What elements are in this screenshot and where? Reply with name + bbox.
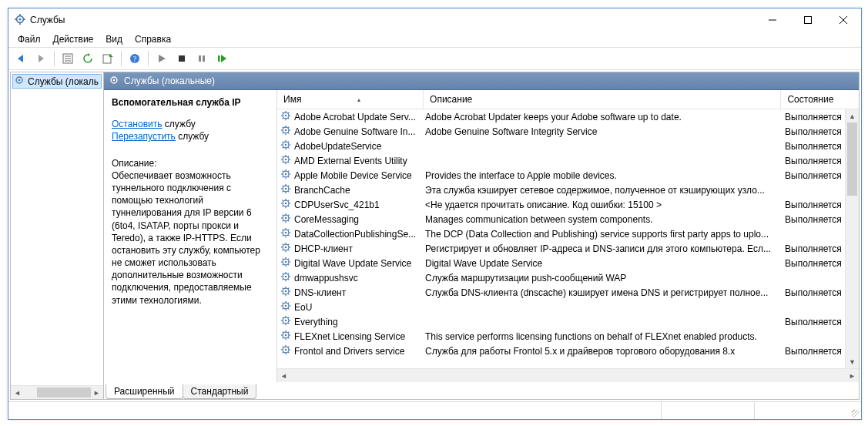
- gear-icon: [14, 75, 25, 88]
- gear-icon: [280, 286, 291, 299]
- service-row[interactable]: CoreMessagingManages communication betwe…: [277, 212, 859, 226]
- service-name: AdobeUpdateService: [294, 141, 381, 152]
- service-row[interactable]: FLEXnet Licensing ServiceThis service pe…: [277, 329, 859, 344]
- scroll-right-icon[interactable]: ►: [90, 386, 103, 399]
- restart-service-button[interactable]: [213, 49, 231, 68]
- service-name: Apple Mobile Device Service: [294, 170, 412, 181]
- svg-point-92: [285, 203, 287, 204]
- svg-line-147: [283, 273, 283, 274]
- tree-scrollbar-horizontal[interactable]: ◄ ►: [11, 385, 103, 399]
- service-description: The DCP (Data Collection and Publishing)…: [422, 229, 782, 240]
- service-row[interactable]: EverythingВыполняется: [277, 314, 859, 329]
- stop-service-button[interactable]: [173, 49, 191, 68]
- scroll-right-icon[interactable]: ►: [846, 369, 859, 382]
- list-header: Имя ▴ Описание Состояние: [277, 90, 859, 109]
- list-scrollbar-horizontal[interactable]: ◄ ►: [277, 368, 859, 382]
- service-row[interactable]: Adobe Genuine Software In...Adobe Genuin…: [277, 124, 859, 139]
- svg-line-58: [288, 147, 289, 148]
- refresh-button[interactable]: [79, 49, 97, 68]
- service-row[interactable]: DataCollectionPublishingSe...The DCP (Da…: [277, 226, 859, 241]
- service-name: Frontol and Drivers service: [294, 346, 404, 357]
- forward-button[interactable]: [32, 49, 50, 68]
- view-tabs: Расширенный Стандартный: [104, 382, 859, 399]
- svg-rect-24: [203, 55, 205, 62]
- service-row[interactable]: BranchCacheЭта служба кэширует сетевое с…: [277, 183, 859, 197]
- service-description: Служба DNS-клиента (dnscache) кэширует и…: [422, 287, 782, 298]
- service-row[interactable]: AdobeUpdateServiceВыполняется: [277, 139, 859, 153]
- list-scrollbar-vertical[interactable]: ▲ ▼: [845, 109, 859, 368]
- resize-grip[interactable]: [847, 402, 861, 419]
- gear-icon: [280, 198, 291, 211]
- svg-line-168: [288, 308, 289, 309]
- pause-service-button[interactable]: [193, 49, 211, 68]
- service-row[interactable]: dmwappushsvcСлужба маршрутизации push-со…: [277, 270, 859, 285]
- titlebar[interactable]: Службы: [8, 8, 861, 32]
- svg-line-100: [288, 200, 289, 201]
- help-button[interactable]: ?: [126, 49, 144, 68]
- start-service-button[interactable]: [152, 49, 171, 68]
- list-rows[interactable]: Adobe Acrobat Update Serv...Adobe Acroba…: [277, 109, 859, 368]
- svg-line-57: [283, 142, 283, 143]
- maximize-button[interactable]: [790, 8, 826, 32]
- menu-view[interactable]: Вид: [99, 32, 129, 46]
- restart-service-link[interactable]: Перезапустить: [112, 131, 176, 142]
- scroll-left-icon[interactable]: ◄: [277, 369, 290, 382]
- menu-action[interactable]: Действие: [47, 32, 100, 46]
- service-row[interactable]: DNS-клиентСлужба DNS-клиента (dnscache) …: [277, 285, 859, 300]
- svg-line-157: [283, 288, 283, 289]
- service-row[interactable]: Frontol and Drivers serviceСлужба для ра…: [277, 344, 859, 358]
- svg-point-82: [285, 188, 287, 190]
- scroll-thumb[interactable]: [847, 122, 857, 196]
- service-name: dmwappushsvc: [294, 273, 358, 283]
- service-name: CDPUserSvc_421b1: [294, 200, 380, 210]
- scroll-down-icon[interactable]: ▼: [846, 355, 859, 368]
- scroll-up-icon[interactable]: ▲: [846, 109, 859, 122]
- close-button[interactable]: [826, 8, 861, 32]
- properties-button[interactable]: [59, 49, 77, 68]
- tab-standard[interactable]: Стандартный: [183, 384, 257, 399]
- service-row[interactable]: Adobe Acrobat Update Serv...Adobe Acroba…: [277, 109, 859, 124]
- service-row[interactable]: AMD External Events UtilityВыполняется: [277, 153, 859, 168]
- service-description: Digital Wave Update Service: [422, 258, 782, 269]
- service-row[interactable]: Digital Wave Update ServiceDigital Wave …: [277, 256, 859, 270]
- svg-line-188: [288, 337, 289, 338]
- restart-service-line: Перезапустить службу: [112, 130, 269, 143]
- minimize-button[interactable]: [755, 8, 790, 32]
- scroll-left-icon[interactable]: ◄: [11, 386, 24, 399]
- menu-help[interactable]: Справка: [129, 32, 177, 46]
- menu-file[interactable]: Файл: [12, 32, 47, 46]
- scroll-thumb[interactable]: [37, 386, 77, 399]
- service-row[interactable]: Apple Mobile Device ServiceProvides the …: [277, 168, 859, 183]
- service-name: EoU: [294, 302, 312, 313]
- service-description: Manages communication between system com…: [422, 214, 782, 225]
- svg-line-187: [283, 332, 283, 333]
- service-name: Everything: [294, 317, 338, 327]
- service-description: <Не удается прочитать описание. Код ошиб…: [422, 200, 782, 210]
- svg-point-112: [285, 232, 287, 233]
- svg-line-107: [283, 215, 283, 216]
- svg-point-28: [18, 79, 21, 82]
- svg-line-68: [288, 162, 289, 163]
- service-description: Adobe Genuine Software Integrity Service: [422, 126, 782, 137]
- gear-icon: [280, 169, 291, 182]
- svg-line-88: [288, 191, 289, 192]
- statusbar: [8, 401, 861, 419]
- col-header-description[interactable]: Описание: [424, 90, 781, 109]
- tab-extended[interactable]: Расширенный: [106, 384, 183, 399]
- services-window: Службы Файл Действие Вид Справка ?: [8, 8, 862, 420]
- stop-service-link[interactable]: Остановить: [112, 119, 163, 129]
- window-title: Службы: [30, 15, 65, 25]
- svg-line-140: [288, 259, 289, 260]
- service-row[interactable]: DHCP-клиентРегистрирует и обновляет IP-а…: [277, 241, 859, 256]
- service-row[interactable]: EoU: [277, 300, 859, 314]
- svg-point-152: [285, 290, 287, 292]
- col-header-name[interactable]: Имя ▴: [277, 90, 424, 109]
- service-row[interactable]: CDPUserSvc_421b1<Не удается прочитать оп…: [277, 197, 859, 212]
- back-button[interactable]: [12, 49, 30, 68]
- svg-marker-10: [18, 55, 23, 62]
- col-header-state[interactable]: Состояние: [781, 90, 859, 109]
- export-button[interactable]: [99, 49, 117, 68]
- tree-root-services[interactable]: Службы (локаль: [12, 74, 102, 89]
- gear-icon: [280, 227, 291, 240]
- svg-point-162: [285, 305, 287, 307]
